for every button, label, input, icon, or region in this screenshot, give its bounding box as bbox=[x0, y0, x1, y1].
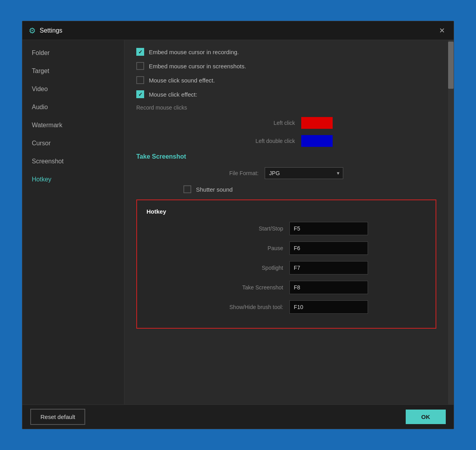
sidebar-item-target[interactable]: Target bbox=[22, 62, 124, 80]
hotkey-row-spotlight: Spotlight bbox=[146, 261, 426, 274]
sidebar-item-audio[interactable]: Audio bbox=[22, 98, 124, 116]
hotkey-screenshot-label: Take Screenshot bbox=[205, 284, 283, 291]
sidebar-item-cursor[interactable]: Cursor bbox=[22, 134, 124, 152]
shutter-sound-label: Shutter sound bbox=[196, 186, 233, 193]
footer: Reset default OK bbox=[22, 404, 454, 429]
mouse-click-sound-label: Mouse click sound effect. bbox=[149, 77, 215, 84]
scrollbar-thumb[interactable] bbox=[448, 42, 454, 89]
file-format-label: File Format: bbox=[229, 170, 259, 176]
window-title: Settings bbox=[40, 27, 436, 34]
sidebar-item-screenshot[interactable]: Screenshot bbox=[22, 152, 124, 170]
mouse-click-effect-label: Mouse click effect: bbox=[149, 91, 197, 98]
main-panel: Embed mouse cursor in recording. Embed m… bbox=[124, 40, 454, 404]
shutter-sound-row: Shutter sound bbox=[136, 185, 436, 193]
left-double-click-color-swatch[interactable] bbox=[301, 135, 333, 147]
checkbox-mouse-click-sound[interactable] bbox=[136, 76, 144, 84]
checkbox-row-mouse-sound: Mouse click sound effect. bbox=[136, 76, 436, 84]
file-format-select-wrapper: JPG PNG BMP bbox=[265, 167, 343, 179]
hotkey-brush-input[interactable] bbox=[289, 300, 368, 314]
sidebar-item-folder[interactable]: Folder bbox=[22, 44, 124, 62]
hotkey-row-brush: Show/Hide brush tool: bbox=[146, 300, 426, 314]
content-area: Folder Target Video Audio Watermark Curs… bbox=[22, 40, 454, 404]
hotkey-brush-label: Show/Hide brush tool: bbox=[205, 304, 283, 310]
ok-button[interactable]: OK bbox=[406, 410, 446, 424]
scrollbar-track[interactable] bbox=[448, 40, 454, 404]
hotkey-row-startstop: Start/Stop bbox=[146, 222, 426, 235]
checkbox-embed-cursor-screenshots[interactable] bbox=[136, 62, 144, 70]
hotkey-section-title: Hotkey bbox=[146, 208, 426, 215]
close-button[interactable]: ✕ bbox=[436, 25, 447, 36]
hotkey-startstop-input[interactable] bbox=[289, 222, 368, 235]
hotkey-pause-label: Pause bbox=[205, 245, 283, 251]
file-format-select[interactable]: JPG PNG BMP bbox=[265, 167, 343, 179]
hotkey-pause-input[interactable] bbox=[289, 241, 368, 255]
titlebar: ⚙ Settings ✕ bbox=[22, 21, 454, 40]
checkbox-embed-cursor-recording[interactable] bbox=[136, 48, 144, 56]
hotkey-row-pause: Pause bbox=[146, 241, 426, 255]
checkbox-mouse-click-effect[interactable] bbox=[136, 90, 144, 98]
settings-window: ⚙ Settings ✕ Folder Target Video Audio W… bbox=[22, 21, 454, 429]
left-double-click-label: Left double click bbox=[240, 138, 295, 144]
left-click-label: Left click bbox=[240, 120, 295, 126]
hotkey-section: Hotkey Start/Stop Pause Spotlight T bbox=[136, 199, 436, 329]
hotkey-startstop-label: Start/Stop bbox=[205, 225, 283, 232]
left-double-click-row: Left double click bbox=[136, 135, 436, 147]
sidebar-item-watermark[interactable]: Watermark bbox=[22, 116, 124, 134]
left-click-color-swatch[interactable] bbox=[301, 117, 333, 129]
sidebar-item-hotkey[interactable]: Hotkey bbox=[22, 170, 124, 188]
checkbox-row-mouse-effect: Mouse click effect: bbox=[136, 90, 436, 98]
checkbox-shutter-sound[interactable] bbox=[183, 185, 191, 193]
hotkey-spotlight-label: Spotlight bbox=[205, 265, 283, 271]
left-click-row: Left click bbox=[136, 117, 436, 129]
checkbox-row-embed-recording: Embed mouse cursor in recording. bbox=[136, 48, 436, 56]
main-content: Embed mouse cursor in recording. Embed m… bbox=[124, 40, 448, 404]
hotkey-spotlight-input[interactable] bbox=[289, 261, 368, 274]
sidebar-item-video[interactable]: Video bbox=[22, 80, 124, 98]
sidebar: Folder Target Video Audio Watermark Curs… bbox=[22, 40, 124, 404]
settings-icon: ⚙ bbox=[29, 26, 36, 35]
checkbox-row-embed-screenshots: Embed mouse cursor in screenshots. bbox=[136, 62, 436, 70]
hotkey-screenshot-input[interactable] bbox=[289, 281, 368, 294]
hotkey-row-screenshot: Take Screenshot bbox=[146, 281, 426, 294]
record-mouse-clicks-label: Record mouse clicks bbox=[136, 104, 436, 111]
screenshot-section-title: Take Screenshot bbox=[136, 153, 436, 160]
embed-cursor-screenshots-label: Embed mouse cursor in screenshots. bbox=[149, 63, 246, 70]
reset-default-button[interactable]: Reset default bbox=[30, 409, 85, 425]
file-format-row: File Format: JPG PNG BMP bbox=[136, 167, 436, 179]
embed-cursor-recording-label: Embed mouse cursor in recording. bbox=[149, 49, 239, 55]
